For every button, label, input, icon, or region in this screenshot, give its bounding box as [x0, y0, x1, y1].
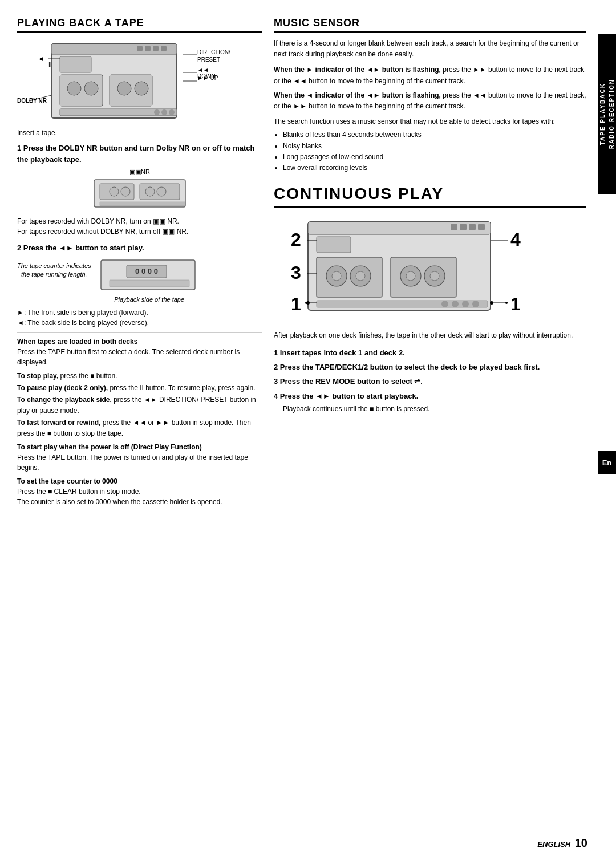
- svg-text:0 0 0 0: 0 0 0 0: [135, 267, 158, 275]
- step4-note: Playback continues until the ■ button is…: [274, 404, 586, 414]
- svg-rect-39: [460, 224, 467, 230]
- pause-play-line: To pause play (deck 2 only), press the I…: [17, 383, 262, 394]
- svg-text:4: 4: [510, 229, 521, 250]
- fast-forward-label: To fast forward or rewind,: [17, 419, 100, 427]
- continuous-play-section: CONTINUOUS PLAY: [274, 185, 586, 414]
- step2-heading: 2 Press the ◄► button to start play.: [17, 242, 262, 254]
- svg-rect-5: [161, 46, 167, 51]
- continuous-device-svg: 2 4 3 1 1: [274, 216, 553, 322]
- stop-play-text: press the ■ button.: [60, 372, 117, 380]
- svg-point-71: [505, 302, 508, 304]
- bullet3: Long passages of low-end sound: [283, 152, 586, 163]
- playback-side-label: Playback side of the tape: [98, 296, 201, 303]
- direction-preset-label: DIRECTION/ PRESET: [197, 48, 243, 63]
- svg-text:1: 1: [291, 294, 301, 314]
- counter-caption1: The tape counter indicates: [17, 262, 91, 269]
- page-container: RADIO RECEPTION TAPE PLAYBACK En PLAYING…: [0, 0, 616, 860]
- ddnr-label: ▣▣NR: [17, 168, 262, 176]
- svg-point-69: [305, 302, 307, 304]
- page-footer: ENGLISH 10: [537, 837, 587, 850]
- indicator2-line: When the ◄ indicator of the ◄► button is…: [274, 90, 586, 112]
- svg-text:3: 3: [291, 262, 301, 283]
- dolby-nr-label: DOLBY NR: [17, 98, 47, 104]
- indicator2-bold: When the ◄ indicator of the ◄► button is…: [274, 91, 441, 99]
- tape-counter-text1: Press the ■ CLEAR button in stop mode.: [17, 486, 262, 497]
- bullet2: Noisy blanks: [283, 141, 586, 152]
- small-device-dolby: [88, 177, 191, 211]
- bullet4: Low overall recording levels: [283, 163, 586, 173]
- side-tab: RADIO RECEPTION TAPE PLAYBACK: [598, 34, 616, 194]
- svg-text:2: 2: [291, 229, 301, 250]
- fast-forward-line: To fast forward or rewind, press the ◄◄ …: [17, 417, 262, 439]
- svg-point-57: [472, 301, 479, 307]
- tape-counter-area: The tape counter indicates the tape runn…: [17, 257, 262, 303]
- svg-point-29: [145, 187, 155, 196]
- svg-point-47: [356, 271, 365, 281]
- svg-rect-3: [145, 46, 151, 51]
- device-illustration-top: ◄ II DIRECTION/ PRESET ◄◄ DOWN ►► UP DOL…: [17, 38, 222, 127]
- svg-point-27: [110, 187, 119, 196]
- tape-counter-heading: To set the tape counter to 0000: [17, 477, 262, 485]
- continuous-intro: After playback on one deck finishes, the…: [274, 330, 586, 341]
- svg-point-28: [121, 187, 130, 196]
- svg-rect-41: [478, 224, 485, 230]
- direct-play-text: Press the TAPE button. The power is turn…: [17, 452, 262, 473]
- music-sensor-section: MUSIC SENSOR If there is a 4-second or l…: [274, 17, 586, 173]
- search-note: The search function uses a music sensor …: [274, 116, 586, 127]
- svg-rect-35: [110, 280, 189, 287]
- stop-play-label: To stop play,: [17, 372, 58, 380]
- pause-play-label: To pause play (deck 2 only),: [17, 384, 108, 392]
- svg-text:◄: ◄: [38, 55, 44, 63]
- svg-rect-42: [317, 237, 351, 253]
- counter-caption: The tape counter indicates the tape runn…: [17, 262, 91, 279]
- svg-point-8: [67, 82, 81, 95]
- svg-point-54: [441, 301, 448, 307]
- main-content: PLAYING BACK A TAPE: [0, 0, 598, 860]
- music-sensor-title: MUSIC SENSOR: [274, 17, 586, 33]
- direct-play-heading: To start play when the power is off (Dir…: [17, 443, 262, 451]
- counter-caption2: the tape running length.: [21, 271, 87, 278]
- en-badge: En: [598, 451, 616, 474]
- continuous-step2: 2 Press the TAPE/DECK1/2 button to selec…: [274, 361, 586, 374]
- svg-point-56: [462, 301, 469, 307]
- svg-point-12: [135, 82, 148, 95]
- change-side-label: To change the playback side,: [17, 396, 112, 404]
- continuous-step4: 4 Press the ◄► button to start playback.: [274, 390, 586, 403]
- svg-point-15: [161, 109, 167, 115]
- step1-text: 1 Press the DOLBY NR button and turn Dol…: [17, 144, 255, 164]
- both-decks-heading: When tapes are loaded in both decks: [17, 338, 262, 346]
- indicator1-line: When the ► indicator of the ◄► button is…: [274, 64, 586, 86]
- forward-note: ►: The front side is being played (forwa…: [17, 307, 262, 318]
- svg-rect-4: [153, 46, 159, 51]
- svg-point-11: [117, 82, 131, 95]
- insert-tape-label: Insert a tape.: [17, 129, 262, 137]
- en-label: En: [602, 459, 612, 467]
- svg-rect-31: [100, 202, 185, 206]
- dolby-note2: For tapes recorded without DOLBY NR, tur…: [17, 226, 262, 237]
- svg-point-16: [169, 109, 175, 115]
- device-svg-top: ◄ II: [17, 38, 222, 127]
- svg-rect-40: [469, 224, 476, 230]
- page-number: 10: [575, 837, 587, 849]
- svg-point-30: [157, 187, 166, 196]
- svg-text:II: II: [48, 62, 52, 68]
- stop-play-line: To stop play, press the ■ button.: [17, 371, 262, 382]
- svg-point-14: [154, 109, 160, 115]
- reverse-note: ◄: The back side is being played (revers…: [17, 318, 262, 328]
- both-decks-text: Press the TAPE button first to select a …: [17, 347, 262, 367]
- svg-point-50: [406, 271, 415, 281]
- continuous-device-illustration: 2 4 3 1 1: [274, 216, 586, 323]
- step2-text: 2 Press the ◄► button to start play.: [17, 244, 144, 252]
- counter-svg: 0 0 0 0: [98, 257, 201, 294]
- bullet1: Blanks of less than 4 seconds between tr…: [283, 129, 586, 140]
- bullet-list: Blanks of less than 4 seconds between tr…: [274, 129, 586, 173]
- pause-play-text: press the II button. To resume play, pre…: [110, 384, 256, 392]
- svg-rect-38: [451, 224, 457, 230]
- continuous-step1: 1 Insert tapes into deck 1 and deck 2.: [274, 347, 586, 359]
- indicator1-bold: When the ► indicator of the ◄► button is…: [274, 66, 441, 74]
- svg-point-9: [84, 82, 98, 95]
- svg-rect-2: [137, 46, 143, 51]
- up-label: ►► UP: [197, 75, 218, 81]
- right-column: MUSIC SENSOR If there is a 4-second or l…: [274, 17, 586, 843]
- tape-counter-text2: The counter is also set to 0000 when the…: [17, 497, 262, 507]
